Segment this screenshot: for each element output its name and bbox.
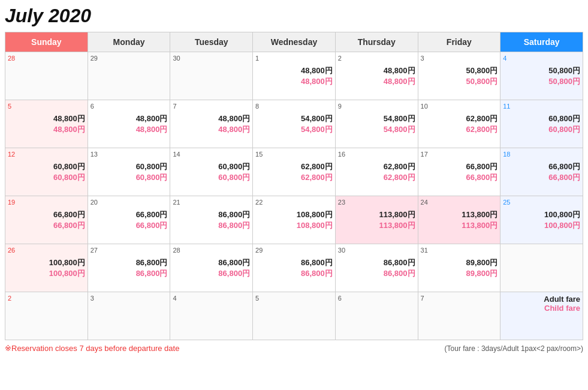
child-price: 66,800円	[503, 172, 580, 183]
calendar-cell: 2	[5, 292, 88, 340]
day-number: 5	[8, 103, 85, 110]
calendar-cell: 28	[5, 52, 88, 100]
calendar-cell: 854,800円54,800円	[253, 100, 336, 148]
child-price: 113,800円	[338, 220, 415, 231]
adult-price: 60,800円	[503, 113, 580, 124]
adult-price: 86,800円	[338, 257, 415, 268]
calendar-cell: 548,800円48,800円	[5, 100, 88, 148]
calendar-cell: 2186,800円86,800円	[170, 196, 253, 244]
child-price: 86,800円	[91, 268, 168, 279]
adult-price: 60,800円	[173, 161, 250, 172]
adult-price: 100,800円	[503, 209, 580, 220]
day-number: 30	[173, 55, 250, 62]
header-tuesday: Tuesday	[170, 32, 253, 52]
calendar-cell: 2986,800円86,800円	[253, 244, 336, 292]
calendar-cell: 1260,800円60,800円	[5, 148, 88, 196]
child-price: 54,800円	[255, 124, 333, 135]
child-price: 60,800円	[173, 172, 250, 183]
day-number: 14	[173, 151, 250, 158]
adult-price: 60,800円	[91, 161, 168, 172]
calendar-cell: 148,800円48,800円	[253, 52, 336, 100]
calendar-cell: 22108,800円108,800円	[253, 196, 336, 244]
adult-price: 60,800円	[8, 161, 85, 172]
adult-price: 62,800円	[338, 161, 415, 172]
day-number: 19	[8, 199, 85, 206]
calendar-cell: 29	[88, 52, 170, 100]
day-number: 25	[503, 199, 580, 206]
adult-price: 50,800円	[503, 65, 580, 76]
day-number: 2	[8, 295, 85, 302]
day-number: 22	[255, 199, 333, 206]
day-number: 4	[173, 295, 250, 302]
child-price: 100,800円	[8, 268, 85, 279]
calendar-cell: 24113,800円113,800円	[418, 196, 500, 244]
adult-price: 62,800円	[421, 113, 498, 124]
footer-tour-info: (Tour fare : 3days/Adult 1pax<2 pax/room…	[445, 344, 583, 353]
child-price: 62,800円	[421, 124, 498, 135]
adult-price: 54,800円	[338, 113, 415, 124]
footer-reservation-note: ※Reservation closes 7 days before depart…	[5, 344, 179, 353]
day-number: 31	[421, 247, 498, 254]
day-number: 15	[255, 151, 333, 158]
header-friday: Friday	[418, 32, 500, 52]
day-number: 18	[503, 151, 580, 158]
child-price: 86,800円	[338, 268, 415, 279]
day-number: 3	[421, 55, 498, 62]
adult-price: 48,800円	[338, 65, 415, 76]
calendar-cell: 26100,800円100,800円	[5, 244, 88, 292]
child-price: 60,800円	[91, 172, 168, 183]
child-price: 48,800円	[338, 76, 415, 87]
calendar-cell: 30	[170, 52, 253, 100]
calendar-cell: 1662,800円62,800円	[335, 148, 418, 196]
footer: ※Reservation closes 7 days before depart…	[5, 344, 583, 353]
day-number: 4	[503, 55, 580, 62]
child-price: 48,800円	[8, 124, 85, 135]
adult-price: 48,800円	[173, 113, 250, 124]
calendar-cell: 3	[88, 292, 170, 340]
header-monday: Monday	[88, 32, 170, 52]
day-number: 7	[173, 103, 250, 110]
adult-price: 86,800円	[173, 209, 250, 220]
day-number: 6	[338, 295, 415, 302]
calendar-cell: 25100,800円100,800円	[500, 196, 583, 244]
day-number: 6	[91, 103, 168, 110]
calendar-cell: Adult fareChild fare	[500, 292, 583, 340]
adult-price: 62,800円	[255, 161, 333, 172]
calendar-cell: 1966,800円66,800円	[5, 196, 88, 244]
calendar-cell: 5	[253, 292, 336, 340]
calendar-cell: 248,800円48,800円	[335, 52, 418, 100]
adult-price: 48,800円	[255, 65, 333, 76]
adult-price: 50,800円	[421, 65, 498, 76]
child-price: 113,800円	[421, 220, 498, 231]
calendar-cell: 3189,800円89,800円	[418, 244, 500, 292]
day-number: 29	[255, 247, 333, 254]
calendar-cell: 1562,800円62,800円	[253, 148, 336, 196]
adult-price: 113,800円	[421, 209, 498, 220]
child-price: 50,800円	[421, 76, 498, 87]
child-price: 66,800円	[8, 220, 85, 231]
day-number: 27	[91, 247, 168, 254]
calendar-cell: 1360,800円60,800円	[88, 148, 170, 196]
calendar-cell: 1160,800円60,800円	[500, 100, 583, 148]
day-number: 24	[421, 199, 498, 206]
day-number: 26	[8, 247, 85, 254]
day-number: 2	[338, 55, 415, 62]
calendar-cell: 7	[418, 292, 500, 340]
calendar-cell: 2886,800円86,800円	[170, 244, 253, 292]
adult-price: 86,800円	[173, 257, 250, 268]
calendar-cell: 350,800円50,800円	[418, 52, 500, 100]
child-price: 48,800円	[91, 124, 168, 135]
adult-price: 54,800円	[255, 113, 333, 124]
day-number: 1	[255, 55, 333, 62]
calendar-cell: 6	[335, 292, 418, 340]
day-number: 21	[173, 199, 250, 206]
day-number: 28	[173, 247, 250, 254]
calendar-cell: 2786,800円86,800円	[88, 244, 170, 292]
day-number: 30	[338, 247, 415, 254]
calendar-cell: 648,800円48,800円	[88, 100, 170, 148]
calendar-cell: 23113,800円113,800円	[335, 196, 418, 244]
calendar-table: SundayMondayTuesdayWednesdayThursdayFrid…	[5, 32, 583, 340]
adult-price: 48,800円	[91, 113, 168, 124]
day-number: 28	[8, 55, 85, 62]
adult-price: 48,800円	[8, 113, 85, 124]
